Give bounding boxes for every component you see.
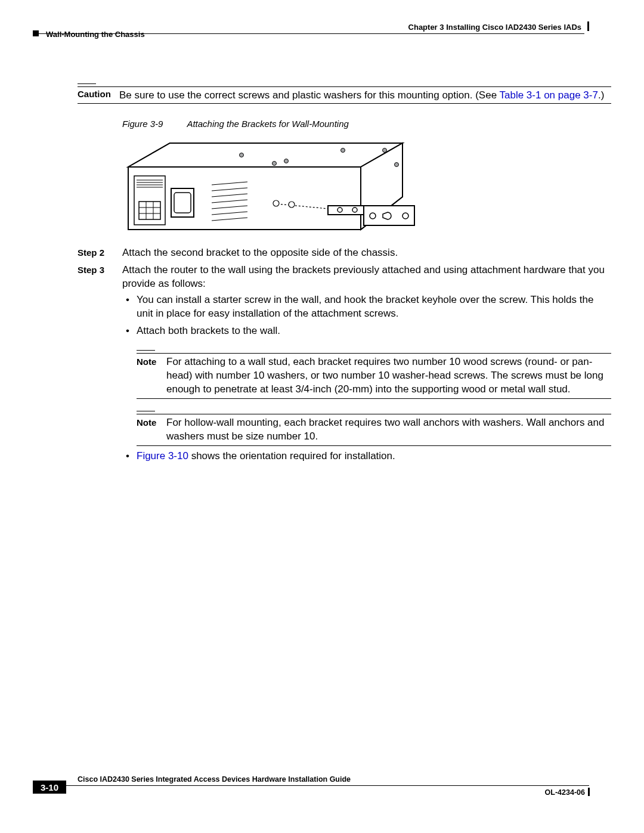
page-footer: Cisco IAD2430 Series Integrated Access D…: [33, 772, 584, 802]
svg-point-28: [273, 162, 277, 166]
bullet-item: You can install a starter screw in the w…: [137, 293, 611, 321]
step-body: Attach the second bracket to the opposit…: [122, 246, 611, 260]
note-text: For attaching to a wall stud, each brack…: [166, 355, 611, 397]
note-block-2: Note For hollow-wall mounting, each brac…: [137, 411, 611, 446]
svg-point-23: [352, 208, 357, 212]
step-3: Step 3 Attach the router to the wall usi…: [78, 264, 611, 466]
step-label: Step 2: [78, 246, 122, 259]
footer-divider-icon: [588, 788, 590, 796]
note-label: Note: [137, 355, 166, 368]
step-label: Step 3: [78, 264, 122, 276]
svg-point-30: [341, 148, 345, 153]
footer-doc-id: OL-4234-06: [545, 788, 585, 797]
figure-link[interactable]: Figure 3-10: [137, 450, 188, 462]
header-marker-icon: [33, 30, 39, 36]
bullet-item: Attach both brackets to the wall. Note F…: [137, 324, 611, 446]
note-block-1: Note For attaching to a wall stud, each …: [137, 350, 611, 399]
svg-point-29: [284, 159, 289, 163]
caution-block: Caution Be sure to use the correct screw…: [78, 83, 611, 104]
bullet-item: Figure 3-10 shows the orientation requir…: [137, 450, 611, 463]
caution-link[interactable]: Table 3-1 on page 3-7: [500, 89, 598, 101]
header-divider-icon: [587, 21, 589, 31]
header-section: Wall-Mounting the Chassis: [46, 30, 145, 39]
svg-point-31: [383, 148, 387, 153]
svg-rect-7: [139, 202, 160, 219]
figure-label: Figure 3-9: [122, 119, 163, 129]
note-label: Note: [137, 416, 166, 429]
figure-title: Attaching the Brackets for Wall-Mounting: [187, 119, 349, 129]
figure-caption: Figure 3-9Attaching the Brackets for Wal…: [122, 119, 611, 129]
svg-point-26: [289, 202, 295, 208]
svg-point-32: [395, 163, 399, 167]
page-number-badge: 3-10: [33, 781, 66, 794]
svg-rect-6: [174, 193, 191, 213]
svg-point-25: [273, 200, 279, 206]
caution-text: Be sure to use the correct screws and pl…: [119, 89, 611, 101]
svg-point-27: [240, 153, 244, 157]
svg-point-21: [402, 213, 408, 219]
svg-point-20: [370, 213, 376, 219]
header-chapter: Chapter 3 Installing Cisco IAD2430 Serie…: [408, 23, 581, 32]
caution-label: Caution: [78, 89, 119, 99]
step-bullets: You can install a starter screw in the w…: [122, 293, 611, 463]
step-2: Step 2 Attach the second bracket to the …: [78, 246, 611, 260]
footer-title: Cisco IAD2430 Series Integrated Access D…: [78, 775, 351, 784]
figure-image: [122, 137, 417, 236]
svg-point-22: [338, 208, 342, 212]
page-header: Chapter 3 Installing Cisco IAD2430 Serie…: [33, 23, 584, 37]
page-content: Caution Be sure to use the correct screw…: [78, 83, 611, 470]
note-text: For hollow-wall mounting, each bracket r…: [166, 416, 611, 444]
step-body: Attach the router to the wall using the …: [122, 264, 611, 466]
footer-rule: [66, 785, 589, 786]
